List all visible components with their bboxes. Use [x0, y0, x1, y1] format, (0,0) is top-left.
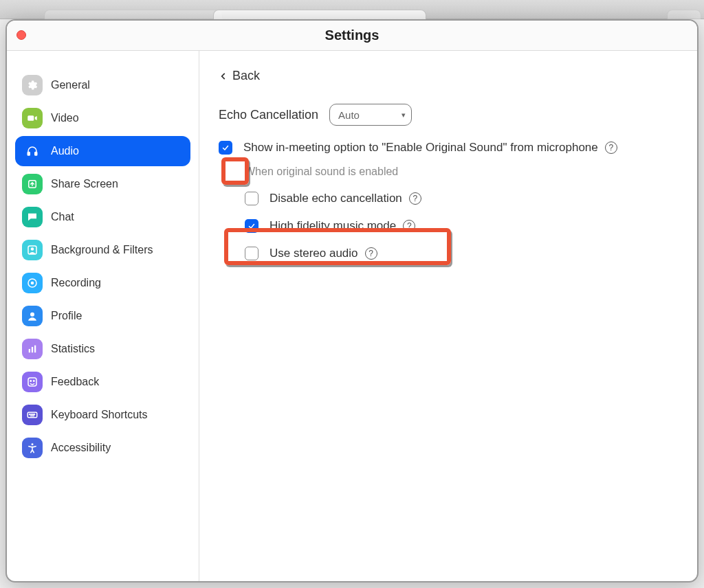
svg-rect-11 — [32, 347, 33, 352]
sidebar-item-chat[interactable]: Chat — [15, 202, 190, 232]
close-button[interactable] — [16, 30, 26, 40]
help-icon[interactable]: ? — [409, 192, 421, 205]
sidebar-item-label: Audio — [51, 145, 79, 157]
sidebar-item-label: Video — [51, 112, 79, 124]
bar-chart-icon — [22, 339, 43, 359]
chevron-down-icon: ▾ — [402, 111, 406, 120]
svg-point-15 — [34, 381, 35, 382]
svg-point-8 — [31, 282, 34, 285]
select-value: Auto — [338, 109, 360, 121]
echo-cancellation-row: Echo Cancellation Auto ▾ — [219, 104, 678, 126]
sidebar-item-label: Feedback — [51, 376, 99, 388]
sidebar-item-label: Share Screen — [51, 178, 118, 190]
sidebar-item-label: Accessibility — [51, 442, 111, 454]
sidebar-item-profile[interactable]: Profile — [15, 301, 190, 331]
sidebar-item-label: Background & Filters — [51, 244, 153, 256]
svg-rect-10 — [29, 349, 30, 352]
stereo-audio-option: Use stereo audio ? — [245, 247, 678, 260]
browser-tab-strip — [0, 0, 704, 19]
accessibility-icon — [22, 438, 43, 458]
share-up-icon — [22, 174, 43, 194]
svg-point-17 — [30, 414, 30, 415]
sidebar-item-recording[interactable]: Recording — [15, 268, 190, 298]
svg-rect-2 — [28, 152, 30, 156]
content-panel: Back Echo Cancellation Auto ▾ Show in-me… — [199, 51, 697, 581]
sidebar-item-audio[interactable]: Audio — [15, 136, 190, 166]
person-square-icon — [22, 240, 43, 260]
stereo-audio-label: Use stereo audio — [270, 247, 358, 260]
headphones-icon — [22, 141, 43, 161]
sidebar-item-video[interactable]: Video — [15, 103, 190, 133]
chat-icon — [22, 207, 43, 227]
svg-point-22 — [32, 443, 34, 445]
sidebar-item-keyboard-shortcuts[interactable]: Keyboard Shortcuts — [15, 400, 190, 430]
help-icon[interactable]: ? — [605, 142, 617, 154]
disable-echo-label: Disable echo cancellation — [270, 192, 402, 205]
high-fidelity-label: High fidelity music mode — [270, 219, 396, 233]
sidebar-item-statistics[interactable]: Statistics — [15, 334, 190, 364]
svg-rect-1 — [28, 115, 34, 121]
titlebar: Settings — [7, 21, 697, 51]
keyboard-icon — [22, 405, 43, 425]
svg-point-19 — [32, 414, 33, 415]
sidebar-item-label: General — [51, 79, 90, 91]
record-icon — [22, 273, 43, 293]
window-title: Settings — [325, 27, 380, 43]
svg-rect-12 — [34, 346, 36, 353]
smile-icon — [22, 372, 43, 392]
gear-icon — [22, 75, 43, 95]
high-fidelity-checkbox[interactable] — [245, 219, 258, 233]
video-icon — [22, 108, 43, 128]
svg-rect-3 — [35, 152, 37, 156]
sidebar-item-general[interactable]: General — [15, 70, 190, 100]
sidebar-item-accessibility[interactable]: Accessibility — [15, 433, 190, 463]
chevron-left-icon — [219, 71, 228, 81]
sidebar-item-share-screen[interactable]: Share Screen — [15, 169, 190, 199]
echo-cancellation-select[interactable]: Auto ▾ — [329, 104, 412, 126]
show-original-sound-checkbox[interactable] — [219, 141, 232, 155]
background-tab — [667, 10, 701, 19]
svg-point-9 — [30, 313, 34, 317]
settings-window: Settings General Video — [6, 19, 698, 583]
background-tab — [213, 10, 426, 19]
background-tab — [44, 10, 223, 19]
disable-echo-option: Disable echo cancellation ? — [245, 192, 678, 205]
sidebar-item-feedback[interactable]: Feedback — [15, 367, 190, 397]
back-label: Back — [232, 69, 260, 83]
original-sound-hint: When original sound is enabled — [245, 166, 678, 178]
sidebar: General Video Audio — [7, 51, 199, 581]
stereo-audio-checkbox[interactable] — [245, 247, 258, 260]
high-fidelity-option: High fidelity music mode ? — [245, 219, 678, 233]
help-icon[interactable]: ? — [365, 247, 377, 260]
disable-echo-checkbox[interactable] — [245, 192, 258, 205]
sidebar-item-label: Statistics — [51, 343, 95, 355]
help-icon[interactable]: ? — [403, 220, 415, 232]
echo-cancellation-label: Echo Cancellation — [219, 108, 318, 122]
sidebar-item-label: Chat — [51, 211, 74, 223]
svg-point-18 — [31, 414, 32, 415]
svg-point-20 — [34, 414, 34, 415]
sidebar-item-label: Keyboard Shortcuts — [51, 409, 148, 421]
svg-point-14 — [30, 381, 32, 382]
sidebar-item-label: Recording — [51, 277, 101, 289]
person-icon — [22, 306, 43, 326]
sidebar-item-background-filters[interactable]: Background & Filters — [15, 235, 190, 265]
back-button[interactable]: Back — [219, 69, 260, 83]
svg-point-6 — [31, 247, 34, 251]
sidebar-item-label: Profile — [51, 310, 82, 322]
show-original-sound-option: Show in-meeting option to "Enable Origin… — [219, 141, 678, 155]
show-original-sound-label: Show in-meeting option to "Enable Origin… — [243, 141, 598, 155]
